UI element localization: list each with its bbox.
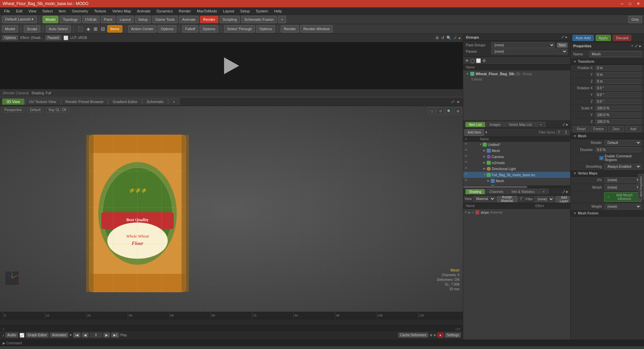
group-expand-icon[interactable]: ▼	[466, 72, 469, 76]
options-btn-1[interactable]: Options	[158, 25, 176, 33]
group-item-wheat[interactable]: ▼ Wheat_Flour_Bag_5lb (3) : Group	[463, 71, 570, 77]
expand-foilbag[interactable]: ▼	[483, 173, 487, 177]
item-list-expand-icon[interactable]: ⤢	[562, 122, 566, 127]
menu-select[interactable]: Select	[40, 8, 55, 14]
rot-x-input[interactable]	[595, 86, 641, 91]
weight-dropdown[interactable]: (none)	[604, 204, 641, 209]
item-directional-light[interactable]: 👁 ▶ Directional Light	[463, 166, 570, 172]
model-tab[interactable]: Model	[43, 16, 59, 23]
eye-icon[interactable]: 👁	[465, 59, 469, 63]
item-eye-foilbag[interactable]: 👁	[465, 172, 469, 177]
render-dropdown[interactable]: Default	[604, 140, 641, 146]
preview-icon-refresh[interactable]: ↺	[441, 36, 444, 40]
menu-texture[interactable]: Texture	[92, 8, 109, 14]
pos-y-input[interactable]	[595, 72, 641, 77]
preview-icon-more[interactable]: ▸	[459, 36, 461, 40]
view-dropdown[interactable]: Material	[473, 196, 495, 202]
default-layouts-dropdown[interactable]: Default Layouts ▾	[2, 16, 37, 23]
sculpt-btn[interactable]: Sculpt	[24, 25, 40, 33]
groups-icon-3[interactable]: ⬜	[476, 58, 481, 63]
preview-icon-expand[interactable]: ⤢	[453, 36, 457, 40]
item-eye-mesh2[interactable]: 👁	[465, 179, 469, 183]
shading-f-btn[interactable]: F	[519, 197, 524, 201]
expand-camera[interactable]: ▶	[483, 155, 487, 158]
uv-dropdown[interactable]: (none)	[604, 177, 641, 183]
tab-images[interactable]: Images	[486, 122, 504, 127]
tab-item-list[interactable]: Item List	[465, 122, 485, 127]
goto-start-btn[interactable]: |◀	[73, 333, 81, 338]
model-mode-btn[interactable]: Model	[2, 25, 18, 33]
tool-icon-3[interactable]: ⊞	[93, 26, 99, 32]
menu-file[interactable]: File	[1, 8, 13, 14]
side-tab-item-properties[interactable]: Item Properties	[638, 174, 644, 199]
menu-help[interactable]: Help	[271, 8, 284, 14]
vp-search-icon[interactable]: 🔍	[445, 107, 453, 115]
item-eye-untitled[interactable]: 👁	[465, 142, 469, 147]
perspective-label[interactable]: Perspective	[2, 107, 24, 112]
item-m2modo[interactable]: 👁 ▶ m2modo	[463, 160, 570, 166]
item-mesh[interactable]: 👁 ▶ Mesh	[463, 148, 570, 154]
falloff-btn[interactable]: Falloff	[182, 25, 198, 33]
game-tools-tab[interactable]: Game Tools	[152, 16, 178, 23]
next-frame-btn[interactable]: ▶|	[111, 333, 119, 338]
rot-z-input[interactable]	[595, 99, 641, 104]
properties-menu-icon[interactable]: ▸	[639, 44, 641, 48]
maximize-btn[interactable]: □	[628, 1, 633, 6]
prev-frame-btn[interactable]: ◀	[82, 333, 89, 338]
expand-mesh2[interactable]: ▶	[487, 179, 491, 183]
audio-icon[interactable]: ♪	[2, 333, 4, 338]
menu-geometry[interactable]: Geometry	[69, 8, 91, 14]
add-layout-tab[interactable]: +	[278, 16, 286, 23]
window-controls[interactable]: ─ □ ✕	[619, 1, 641, 6]
discard-btn[interactable]: Discard	[613, 35, 631, 41]
tab-uv-texture-view[interactable]: UV Texture View	[25, 98, 61, 105]
item-mesh2[interactable]: 👁 ▶ Mesh	[463, 178, 570, 184]
preview-icon-1[interactable]: ⬜	[63, 36, 68, 40]
menu-edit[interactable]: Edit	[13, 8, 25, 14]
tab-info-statistics[interactable]: Info & Statistics	[508, 189, 538, 194]
animated-dropdown[interactable]: ▾	[70, 333, 72, 337]
paint-tab[interactable]: Paint	[101, 16, 115, 23]
properties-expand-icon[interactable]: ⤢	[635, 44, 638, 48]
record-btn[interactable]: ●	[437, 333, 443, 338]
item-eye-mesh[interactable]: 👁	[465, 148, 469, 153]
groups-icon-2[interactable]: ◯	[470, 58, 475, 63]
expand-mesh[interactable]: ▶	[483, 149, 487, 152]
close-btn[interactable]: ✕	[635, 1, 641, 6]
pos-x-input[interactable]	[595, 65, 641, 70]
tab-3d-view[interactable]: 3D View	[2, 98, 24, 105]
cache-deformers-btn[interactable]: Cache Deformers	[398, 333, 428, 338]
play-btn[interactable]: ▶	[103, 333, 110, 338]
raygl-label[interactable]: Ray GL: Off	[46, 107, 69, 112]
setup-tab[interactable]: Setup	[135, 16, 151, 23]
filter-f-btn[interactable]: F	[556, 130, 562, 135]
tab-add-shading[interactable]: +	[539, 189, 548, 194]
only-btn[interactable]: Only	[628, 16, 642, 23]
tab-add-viewport[interactable]: +	[168, 98, 179, 105]
item-list-menu-icon[interactable]: ▸	[566, 122, 568, 127]
tab-shading[interactable]: Shading	[465, 189, 485, 194]
schematic-fusion-tab[interactable]: Schematic Fusion	[241, 16, 276, 23]
timeline-track[interactable]	[0, 319, 463, 326]
passes-dropdown[interactable]: (none)	[491, 49, 568, 54]
menu-dynamics[interactable]: Dynamics	[154, 8, 175, 14]
settings-btn[interactable]: Settings	[445, 333, 461, 338]
vp-refresh-icon[interactable]: ↺	[437, 107, 444, 115]
tab-schematic[interactable]: Schematic	[142, 98, 168, 105]
zero-btn[interactable]: Zero	[608, 126, 624, 132]
uvedit-tab[interactable]: UVEdit	[82, 16, 100, 23]
mesh-fusion-section-header[interactable]: ▼ Mesh Fusion	[571, 210, 644, 216]
tool-icon-4[interactable]: ⊟	[100, 26, 106, 32]
animated-btn[interactable]: Animated	[50, 333, 68, 338]
items-btn[interactable]: Items	[107, 25, 122, 33]
assign-material-btn[interactable]: Assign Material	[497, 196, 518, 202]
viewport-content[interactable]: 🌾🌾🌾 Best Quality Whole Wheat Flour	[0, 106, 463, 312]
shading-item-stripe[interactable]: 👁 ▶ ✓ stripe (Material)	[463, 209, 570, 216]
menu-item[interactable]: Item	[56, 8, 68, 14]
properties-add-icon[interactable]: +	[631, 44, 633, 48]
default-label[interactable]: Default	[28, 107, 43, 112]
groups-icon-4[interactable]: ⚙	[482, 58, 486, 63]
tab-gradient-editor[interactable]: Gradient Editor	[108, 98, 142, 105]
options-btn-3[interactable]: Options	[256, 25, 275, 33]
item-eye-dirlight[interactable]: 👁	[465, 166, 469, 171]
